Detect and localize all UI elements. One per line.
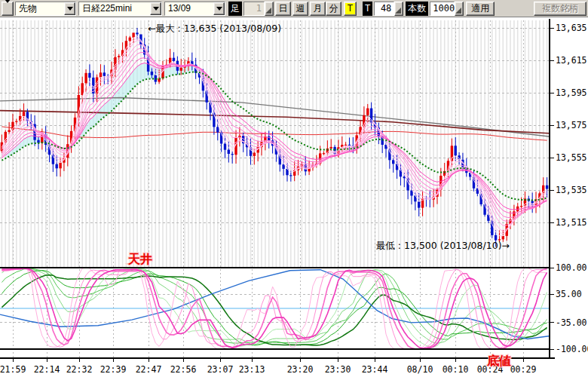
minute-button[interactable]: 分: [326, 2, 341, 16]
chart-app-window: 先物 日経225mini 13/09 足 1 日 週 月 分 T T 48 本数…: [0, 0, 588, 377]
svg-text:13,575: 13,575: [556, 120, 587, 130]
category-value: 先物: [16, 2, 64, 15]
svg-text:08/10: 08/10: [407, 364, 433, 375]
spinner-arrow-icon: [265, 8, 271, 14]
month-button[interactable]: 月: [310, 2, 326, 16]
count-badge: 本数: [406, 2, 428, 16]
symbol-value: 日経225mini: [79, 2, 150, 15]
futures-category-combobox[interactable]: 先物: [15, 2, 76, 16]
svg-text:23:20: 23:20: [287, 364, 314, 375]
multi-symbol-button: 複数銘柄: [534, 2, 586, 16]
spinner-arrow-icon: [395, 8, 401, 14]
svg-text:21:59: 21:59: [0, 364, 26, 375]
bar-type-badge: 足: [228, 2, 242, 16]
chevron-down-icon[interactable]: [213, 2, 225, 15]
apply-button[interactable]: 適用: [466, 2, 495, 16]
svg-text:13,615: 13,615: [556, 55, 587, 66]
svg-text:00:10: 00:10: [443, 364, 469, 375]
tick-button[interactable]: T: [344, 2, 357, 16]
svg-text:22:14: 22:14: [34, 364, 60, 375]
svg-text:23:13: 23:13: [239, 364, 265, 375]
svg-text:35.00: 35.00: [556, 289, 582, 299]
symbol-combobox[interactable]: 日経225mini: [78, 2, 162, 16]
chevron-down-icon[interactable]: [64, 2, 75, 15]
contract-month-combobox[interactable]: 13/09: [164, 2, 225, 16]
svg-text:22:47: 22:47: [136, 364, 162, 375]
count-spinner-button[interactable]: [455, 2, 464, 16]
interval-spinner[interactable]: 1: [243, 2, 265, 16]
svg-text:天井: 天井: [127, 252, 152, 266]
svg-text:最低 : 13,500 (2013/08/10)→: 最低 : 13,500 (2013/08/10)→: [376, 240, 510, 251]
t-spinner-button[interactable]: [394, 2, 403, 16]
svg-text:22:56: 22:56: [170, 364, 197, 375]
rci-panel: [0, 268, 549, 349]
price-chart-canvas[interactable]: 13,63513,61513,59513,57513,55513,53513,5…: [0, 17, 588, 377]
chevron-down-icon[interactable]: [150, 2, 161, 15]
svg-text:23:07: 23:07: [207, 364, 234, 375]
svg-text:13,515: 13,515: [556, 217, 587, 228]
t-value-spinner[interactable]: 48: [374, 2, 394, 16]
svg-text:13,535: 13,535: [556, 185, 587, 195]
count-spinner[interactable]: 1000: [430, 2, 455, 16]
svg-text:13,555: 13,555: [556, 152, 587, 163]
svg-text:22:32: 22:32: [66, 364, 93, 375]
svg-text:底値: 底値: [486, 354, 511, 368]
quick-select-dropdown-button[interactable]: [2, 2, 14, 16]
svg-text:00:29: 00:29: [510, 364, 537, 375]
svg-text:-35.00: -35.00: [556, 317, 587, 328]
svg-text:←最大 : 13,635 (2013/08/09): ←最大 : 13,635 (2013/08/09): [148, 23, 281, 34]
toolbar: 先物 日経225mini 13/09 足 1 日 週 月 分 T T 48 本数…: [0, 0, 588, 17]
svg-text:13,595: 13,595: [556, 87, 587, 98]
svg-text:23:44: 23:44: [362, 364, 388, 375]
contract-value: 13/09: [165, 2, 213, 15]
interval-spinner-button[interactable]: [265, 2, 274, 16]
week-button[interactable]: 週: [292, 2, 308, 16]
chart-area[interactable]: 13,63513,61513,59513,57513,55513,53513,5…: [0, 17, 588, 377]
t-badge: T: [363, 2, 372, 16]
svg-text:13,635: 13,635: [556, 23, 587, 33]
chevron-down-icon: [5, 0, 11, 17]
day-button[interactable]: 日: [275, 2, 291, 16]
svg-text:100.00: 100.00: [556, 262, 587, 273]
spinner-arrow-icon: [455, 8, 461, 14]
svg-text:-100.00: -100.00: [556, 344, 588, 354]
svg-text:23:30: 23:30: [325, 364, 351, 375]
svg-text:22:39: 22:39: [100, 364, 127, 375]
